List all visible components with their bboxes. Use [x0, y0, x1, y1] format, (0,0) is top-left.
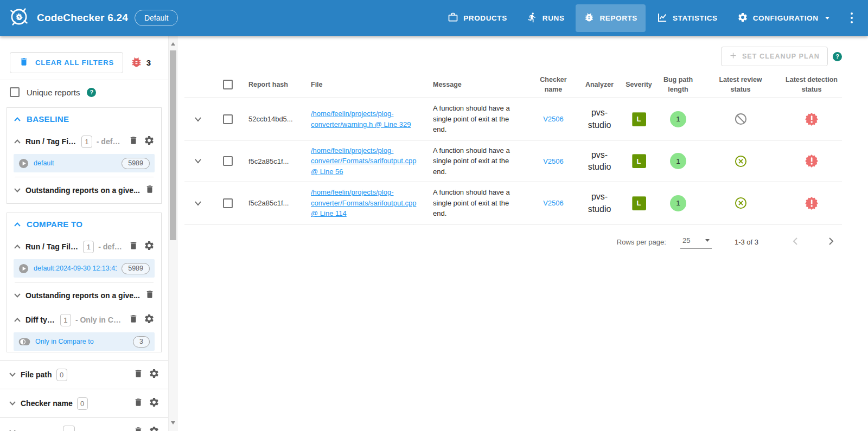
- diff-type-filter-header[interactable]: Diff type 1 - Only in Co...: [7, 307, 161, 332]
- play-icon: [18, 263, 29, 274]
- chevron-down-icon: [9, 401, 16, 406]
- sidebar-scrollbar[interactable]: [168, 36, 177, 431]
- baseline-section-header[interactable]: BASELINE: [7, 108, 161, 129]
- trash-icon[interactable]: [133, 369, 143, 381]
- file-link[interactable]: /home/feelin/projects/plog-converter/war…: [311, 108, 424, 130]
- row-checkbox[interactable]: [223, 156, 233, 166]
- row-checkbox[interactable]: [223, 198, 233, 208]
- next-filter-header-clipped[interactable]: [0, 418, 168, 431]
- nav-reports[interactable]: REPORTS: [576, 4, 645, 32]
- plus-icon: [729, 52, 737, 61]
- row-expand-button[interactable]: [184, 116, 212, 123]
- trash-icon[interactable]: [133, 426, 143, 431]
- table-row: f5c2a85c1f... /home/feelin/projects/plog…: [184, 140, 842, 183]
- trash-icon[interactable]: [129, 136, 138, 147]
- filter-count: 0: [56, 369, 67, 381]
- row-expand-button[interactable]: [184, 200, 212, 207]
- trash-icon[interactable]: [145, 290, 155, 301]
- chevron-down-icon: [14, 188, 21, 193]
- checker-name-filter-header[interactable]: Checker name 0: [0, 389, 168, 418]
- next-page-button[interactable]: [819, 233, 842, 251]
- rows-per-page-label: Rows per page:: [617, 238, 666, 246]
- baseline-outstanding-filter-header[interactable]: Outstanding reports on a give...: [7, 178, 161, 202]
- report-hash: f5c2a85c1f...: [244, 152, 307, 170]
- nav-runs[interactable]: RUNS: [519, 4, 573, 32]
- gear-icon[interactable]: [144, 313, 155, 326]
- scroll-down-arrow[interactable]: [171, 421, 175, 427]
- play-icon: [18, 158, 29, 169]
- run-report-count: 5989: [122, 158, 150, 169]
- file-link[interactable]: /home/feelin/projects/plog-converter/For…: [311, 187, 424, 219]
- gear-icon[interactable]: [149, 368, 159, 381]
- compare-run-chip[interactable]: default:2024-09-30 12:13:41 5989: [14, 259, 155, 278]
- chevron-down-icon: [14, 293, 21, 298]
- top-navigation: PRODUCTS RUNS REPORTS STATISTICS CONFIGU…: [439, 4, 858, 32]
- unique-reports-checkbox[interactable]: [10, 87, 20, 97]
- baseline-run-chip[interactable]: default 5989: [14, 154, 155, 172]
- trash-icon[interactable]: [129, 241, 138, 253]
- checker-name-link[interactable]: V2506: [529, 152, 578, 170]
- scroll-up-arrow[interactable]: [171, 40, 175, 46]
- previous-page-button[interactable]: [784, 233, 807, 251]
- chevron-up-icon: [14, 317, 21, 323]
- pagination-range: 1-3 of 3: [735, 238, 758, 246]
- row-expand-button[interactable]: [184, 158, 212, 164]
- severity-low-badge: L: [632, 112, 646, 126]
- analyzer-name: pvs-studio: [578, 191, 621, 215]
- table-header-row: Report hash File Message Checker name An…: [184, 72, 842, 98]
- help-icon[interactable]: ?: [833, 52, 842, 61]
- checker-name-link[interactable]: V2506: [529, 194, 578, 212]
- review-status-cell: [700, 112, 781, 126]
- file-link[interactable]: /home/feelin/projects/plog-converter/For…: [311, 145, 424, 177]
- file-path-filter-header[interactable]: File path 0: [0, 361, 168, 389]
- diff-type-chip[interactable]: Only in Compare to 3: [14, 332, 155, 351]
- set-cleanup-plan-button[interactable]: SET CLEANUP PLAN: [721, 47, 828, 66]
- chevron-up-icon: [14, 244, 21, 249]
- gear-icon[interactable]: [144, 135, 155, 148]
- detection-new-icon: [805, 196, 819, 210]
- nav-statistics[interactable]: STATISTICS: [649, 4, 726, 32]
- runner-icon: [527, 12, 538, 24]
- gear-icon[interactable]: [144, 240, 155, 253]
- checker-name-link[interactable]: V2506: [529, 110, 578, 128]
- false-positive-icon: [734, 155, 748, 168]
- bug-icon: [584, 12, 595, 24]
- scrollbar-thumb[interactable]: [170, 50, 176, 240]
- report-message: A function should have a single point of…: [429, 140, 529, 182]
- overflow-menu-button[interactable]: [845, 8, 859, 28]
- help-icon[interactable]: ?: [87, 88, 96, 97]
- detection-status-cell: [781, 112, 842, 126]
- filter-count: 0: [77, 397, 88, 410]
- trash-icon: [19, 57, 29, 68]
- detection-new-icon: [805, 154, 819, 168]
- chevron-up-icon: [14, 222, 21, 227]
- bug-path-length-badge: 1: [670, 111, 686, 127]
- nav-products[interactable]: PRODUCTS: [439, 4, 515, 32]
- col-checker-name: Checker name: [529, 72, 578, 98]
- report-message: A function should have a single point of…: [429, 182, 529, 224]
- product-badge[interactable]: Default: [135, 10, 178, 26]
- trash-icon[interactable]: [129, 314, 138, 326]
- gear-icon[interactable]: [149, 426, 159, 431]
- gear-icon[interactable]: [149, 397, 159, 410]
- reports-table: Report hash File Message Checker name An…: [184, 72, 842, 224]
- run-report-count: 5989: [122, 263, 150, 274]
- compare-run-tag-filter-header[interactable]: Run / Tag Filter 1 - defa...: [7, 234, 161, 259]
- severity-low-badge: L: [632, 196, 646, 210]
- detection-status-cell: [781, 196, 842, 210]
- severity-low-badge: L: [632, 154, 646, 168]
- chevron-down-icon: [194, 200, 202, 207]
- rows-per-page-select[interactable]: 25: [680, 235, 712, 249]
- baseline-run-tag-filter-header[interactable]: Run / Tag Filter 1 - default: [7, 129, 161, 154]
- trash-icon[interactable]: [133, 397, 143, 409]
- compare-outstanding-filter-header[interactable]: Outstanding reports on a give...: [7, 284, 161, 307]
- trash-icon[interactable]: [145, 184, 155, 196]
- select-all-checkbox[interactable]: [223, 80, 233, 89]
- baseline-panel: BASELINE Run / Tag Filter 1 - default de…: [7, 107, 162, 204]
- nav-configuration[interactable]: CONFIGURATION: [729, 4, 838, 32]
- gear-icon: [737, 12, 748, 24]
- row-checkbox[interactable]: [223, 114, 233, 124]
- compare-to-section-header[interactable]: COMPARE TO: [7, 213, 161, 234]
- clear-all-filters-button[interactable]: CLEAR ALL FILTERS: [10, 52, 123, 73]
- chevron-down-icon: [194, 116, 202, 123]
